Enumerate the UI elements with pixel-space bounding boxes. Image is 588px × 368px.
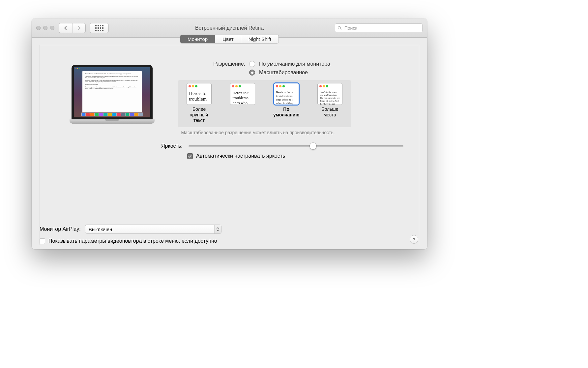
window-controls <box>36 26 54 30</box>
thumb-default[interactable]: Here's to the cr troublemakers. ones who… <box>272 83 301 123</box>
help-button[interactable]: ? <box>410 235 418 243</box>
tab-night-shift[interactable]: Night Shift <box>241 35 279 43</box>
back-button[interactable] <box>59 23 72 33</box>
brightness-label: Яркость: <box>161 143 183 149</box>
thumb-larger-caption: Более крупный текст <box>184 107 214 123</box>
thumb-more-space[interactable]: Here's to the crazy one troublemakers. T… <box>315 83 345 123</box>
scaled-warning: Масштабированное разрешение может влиять… <box>178 130 338 135</box>
airplay-dropdown[interactable]: Выключен <box>85 225 221 233</box>
tab-color[interactable]: Цвет <box>215 35 241 43</box>
search-field[interactable] <box>335 23 423 32</box>
thumb-more-caption: Больше места <box>315 107 345 118</box>
forward-button[interactable] <box>72 23 85 33</box>
tab-bar: Монитор Цвет Night Shift <box>180 35 279 43</box>
show-all-button[interactable] <box>90 23 108 33</box>
tab-content: Here's to the crazy ones. The misfits. T… <box>40 45 419 245</box>
resolution-label: Разрешение: <box>188 61 245 67</box>
body: Монитор Цвет Night Shift Here's to the c… <box>32 38 427 249</box>
mirror-label: Показывать параметры видеоповтора в стро… <box>48 238 217 244</box>
mirror-checkbox[interactable] <box>40 238 45 244</box>
auto-brightness-checkbox[interactable] <box>187 153 193 159</box>
radio-scaled[interactable] <box>249 70 255 76</box>
help-icon: ? <box>413 237 415 242</box>
airplay-value: Выключен <box>89 227 112 232</box>
radio-scaled-label: Масштабированное <box>259 70 308 76</box>
grid-icon <box>95 25 103 31</box>
thumb-larger-text[interactable]: Here's to troublem Более крупный текст <box>184 83 214 123</box>
auto-brightness-label: Автоматически настраивать яркость <box>196 153 285 159</box>
minimize-icon[interactable] <box>43 26 47 30</box>
search-icon <box>338 26 342 30</box>
slider-thumb-icon[interactable] <box>310 143 316 149</box>
radio-default-for-display[interactable] <box>249 61 255 67</box>
chevron-up-down-icon <box>214 225 221 233</box>
preferences-window: Встроенный дисплей Retina Монитор Цвет N… <box>32 18 427 249</box>
zoom-icon[interactable] <box>50 26 54 30</box>
airplay-label: Монитор AirPlay: <box>40 226 81 232</box>
thumb-default-caption: По умолчанию <box>272 107 301 118</box>
resolution-thumbnails: Here's to troublem Более крупный текст H… <box>178 80 351 127</box>
svg-line-1 <box>340 29 341 30</box>
nav-back-forward <box>59 23 85 33</box>
thumb-mid[interactable]: Here's to t troublema ones who <box>228 83 257 123</box>
radio-default-label: По умолчанию для монитора <box>259 61 330 67</box>
checkmark-icon <box>188 154 192 158</box>
search-input[interactable] <box>344 25 420 31</box>
display-preview: Here's to the crazy ones. The misfits. T… <box>70 65 155 124</box>
tab-monitor[interactable]: Монитор <box>180 35 215 43</box>
close-icon[interactable] <box>36 26 41 30</box>
brightness-slider[interactable] <box>189 145 403 147</box>
